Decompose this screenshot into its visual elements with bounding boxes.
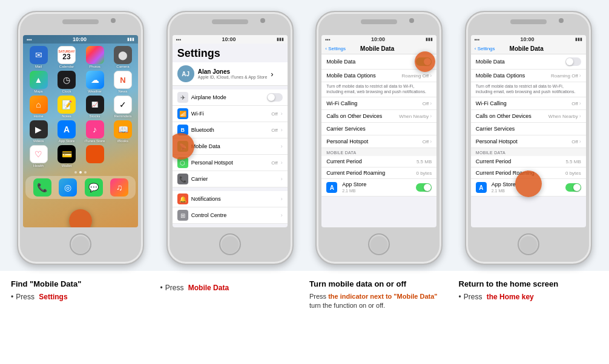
md-row-hotspot[interactable]: Personal Hotspot Off ›	[321, 135, 436, 148]
row-airplane[interactable]: ✈ Airplane Mode	[173, 89, 288, 106]
battery-4: ▮▮▮	[575, 37, 582, 42]
md-options-label: Mobile Data Options	[326, 73, 401, 79]
toggle-highlight	[415, 51, 435, 72]
nav-back-3[interactable]: ‹ Settings	[325, 46, 346, 51]
row-notifications-label: Notifications	[191, 196, 278, 202]
instr-prefix-4: Press	[464, 292, 484, 302]
md-row-carrier[interactable]: Carrier Services	[321, 123, 436, 135]
instr-highlight-4: the Home key	[487, 292, 534, 302]
appstore-toggle[interactable]	[416, 183, 432, 192]
row-wifi[interactable]: 📶 Wi-Fi Off ›	[173, 106, 288, 122]
instr-step-1: • Press Settings	[11, 292, 151, 302]
md-wificalling-label-4: Wi-Fi Calling	[476, 100, 571, 106]
phone-3-screen: ▪▪▪ 10:00 ▮▮▮ ‹ Settings Mobile Data Mob…	[321, 35, 436, 227]
bullet-4: •	[459, 292, 461, 302]
app-home-icon: ⌂	[30, 96, 48, 114]
app-stocks: 📈 Stocks	[82, 96, 108, 118]
md-row-carrier-4[interactable]: Carrier Services	[471, 123, 586, 135]
instr-desc-3: Press the indicator next to "Mobile Data…	[309, 292, 449, 311]
app-empty	[110, 145, 136, 167]
row-controlcentre[interactable]: ⊞ Control Centre ›	[173, 207, 288, 224]
md-hotspot-chevron: ›	[430, 138, 432, 145]
md-carrier-label-4: Carrier Services	[476, 126, 581, 132]
md-options-value-4: Roaming Off	[551, 73, 578, 79]
phone-4-home-button[interactable]	[518, 233, 539, 255]
md-cp-label: Current Period	[326, 158, 414, 164]
app-itunes: ♪ iTunes Store	[82, 120, 108, 143]
row-hotspot[interactable]: ⬡ Personal Hotspot Off ›	[173, 155, 288, 171]
instr-title-3: Turn mobile data on or off	[309, 279, 449, 288]
app-itunes-icon: ♪	[86, 120, 104, 138]
bullet-1: •	[11, 292, 13, 302]
app-camera: ⬤ Camera	[110, 46, 136, 68]
nav-title-3: Mobile Data	[346, 45, 409, 52]
app-ibooks: 📖 iBooks	[110, 120, 136, 143]
row-mobiledata[interactable]: 📡 Mobile Data ›	[173, 138, 288, 155]
airplane-toggle[interactable]	[267, 93, 283, 102]
nav-back-4[interactable]: ‹ Settings	[475, 46, 495, 51]
app-empty-icon	[114, 145, 132, 163]
md-row-options-4[interactable]: Mobile Data Options Roaming Off ›	[471, 70, 586, 82]
signal-4: ▪▪▪	[475, 37, 480, 42]
app-calendar: Saturday 23 Calendar	[54, 46, 80, 68]
md-wificalling-value-4: Off	[571, 101, 578, 106]
app-ibooks-icon: 📖	[114, 120, 132, 138]
bluetooth-chevron: ›	[281, 127, 283, 133]
md-row-wificalling-4[interactable]: Wi-Fi Calling Off ›	[471, 97, 586, 110]
appstore-toggle-4[interactable]	[565, 183, 581, 192]
settings-title: Settings	[173, 44, 288, 62]
app-calendar-label: Calendar	[59, 65, 74, 68]
md-cr-value: 0 bytes	[416, 171, 432, 176]
md-appstore-row[interactable]: A App Store2.1 MB	[321, 179, 436, 197]
mobile-data-toggle-off[interactable]	[565, 57, 581, 66]
md-options-value: Roaming Off	[401, 73, 429, 79]
md-row-calls-4[interactable]: Calls on Other Devices When Nearby ›	[471, 110, 586, 123]
signal-3: ▪▪▪	[325, 37, 331, 42]
app-stocks-label: Stocks	[89, 114, 100, 118]
instr-prefix-2: Press	[165, 283, 186, 293]
phone-1: ▪▪▪ 10:00 ▮▮▮ ✉ Mail Saturday 23	[17, 11, 144, 265]
phone-2-home-button[interactable]	[219, 233, 241, 255]
instr-highlight-2: Mobile Data	[188, 283, 229, 293]
md-row-wificalling[interactable]: Wi-Fi Calling Off ›	[321, 97, 436, 110]
md-row-calls[interactable]: Calls on Other Devices When Nearby ›	[321, 110, 436, 123]
app-stocks-icon: 📈	[86, 96, 104, 114]
dock: 📞 ◎ 💬 ♫	[25, 176, 136, 199]
app-wallet: 💳 Wallet	[54, 145, 80, 167]
instructions-row: Find "Mobile Data" • Press Settings • Pr…	[0, 271, 609, 317]
row-carrier[interactable]: 📞 Carrier ›	[173, 171, 288, 187]
instr-step-4: • Press the Home key	[459, 292, 599, 302]
dock-messages: 💬	[85, 178, 103, 197]
md-cp-label-4: Current Period	[476, 158, 564, 164]
dock-music-icon: ♫	[110, 178, 128, 197]
md-cr-label: Current Period Roaming	[326, 170, 413, 176]
app-news-icon: N	[114, 71, 132, 89]
md-wificalling-chevron-4: ›	[579, 100, 581, 106]
md-row-options[interactable]: Mobile Data Options Roaming Off ›	[321, 70, 436, 82]
app-orange-icon	[86, 145, 104, 163]
app-weather: ☁ Weather	[82, 71, 108, 93]
dock-safari-icon: ◎	[59, 178, 77, 197]
md-current-roaming: Current Period Roaming 0 bytes	[321, 167, 436, 179]
app-health-label: Health	[33, 164, 44, 167]
phone-1-home-button[interactable]	[70, 233, 91, 255]
app-ibooks-label: iBooks	[117, 139, 128, 143]
instr-highlight-3: the indicator next to "Mobile Data"	[328, 293, 437, 300]
md-row-toggle-on[interactable]: Mobile Data	[321, 54, 436, 70]
row-carrier-label: Carrier	[191, 176, 278, 182]
md-cr-value-4: 0 bytes	[565, 171, 581, 176]
md-row-toggle-off[interactable]: Mobile Data	[471, 54, 586, 70]
app-appstore-icon: A	[58, 120, 76, 138]
instruction-block-3: Turn mobile data on or off Press the ind…	[304, 279, 454, 311]
app-maps: ▲ Maps	[25, 71, 51, 93]
md-hotspot-label-4: Personal Hotspot	[476, 138, 571, 145]
avatar: AJ	[177, 65, 194, 82]
time-display: 10:00	[73, 36, 87, 42]
app-maps-label: Maps	[34, 89, 43, 93]
phone-3-home-button[interactable]	[368, 233, 390, 255]
md-row-hotspot-4[interactable]: Personal Hotspot Off ›	[471, 135, 586, 148]
home-dots	[23, 170, 138, 175]
app-weather-label: Weather	[88, 89, 102, 93]
instruction-block-4: Return to the home screen • Press the Ho…	[454, 279, 604, 311]
row-notifications[interactable]: 🔔 Notifications ›	[173, 191, 288, 207]
